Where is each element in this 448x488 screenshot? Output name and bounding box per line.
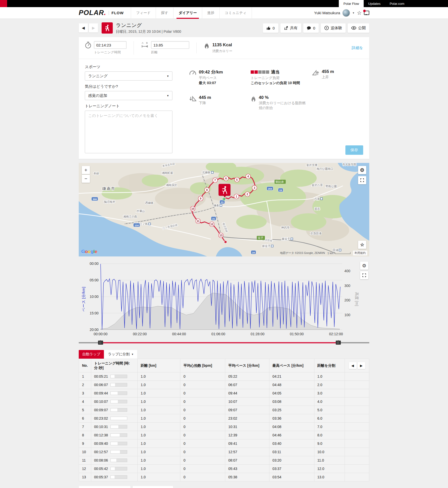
ascent-icon xyxy=(312,70,319,85)
runner-position-badge xyxy=(219,184,230,197)
publish-button[interactable]: 公開 xyxy=(348,23,369,33)
slider-handle-left[interactable] xyxy=(98,341,103,345)
relive-button[interactable]: 追体験 xyxy=(321,23,346,33)
save-button[interactable]: 保存 xyxy=(345,145,363,155)
sport-label: スポーツ xyxy=(85,65,172,69)
nav-item-diary[interactable]: ダイアリー xyxy=(173,7,202,19)
previous-session-button[interactable]: ◀ xyxy=(79,23,88,33)
pace-axis-tick: 15:00 xyxy=(90,311,99,315)
delete-training-button[interactable]: トレーニングを削除 xyxy=(133,486,173,488)
map-place-label: 湘南江の島 xyxy=(123,215,137,218)
nav-item-explore[interactable]: 探す xyxy=(156,7,173,19)
map-place-label: 金沢八景 xyxy=(312,184,323,187)
details-link[interactable]: 詳細を xyxy=(352,45,363,50)
lap-row[interactable]: 400:10:071.0010:0703:084.0 xyxy=(79,398,369,406)
pace-altitude-chart: 00:0005:0010:0015:0020:0040030020010000:… xyxy=(79,261,369,345)
chart-range-slider[interactable] xyxy=(79,340,369,345)
map-place-label: 六浦 xyxy=(314,197,320,200)
user-menu[interactable]: Yuki Matsukura ▼ ☆ xyxy=(314,9,369,17)
laps-next-button[interactable]: ▶ xyxy=(358,362,365,369)
col-no: No. xyxy=(79,359,91,372)
time-axis-tick: 00:44:00 xyxy=(172,332,186,336)
route-map[interactable]: 鎌倉市北鎌倉鎌倉西鎌倉湘南深沢湘南町屋片瀬山鵠沼海岸本線湘南江の島片瀬江ノ島東海… xyxy=(79,163,369,256)
comments-button[interactable]: 0 xyxy=(303,23,319,33)
tab-updates[interactable]: Updates xyxy=(364,0,385,7)
km-marker: 7 xyxy=(213,178,218,183)
col-distance: 距離 [km] xyxy=(137,359,180,372)
tab-polar-com[interactable]: Polar.com xyxy=(385,0,409,7)
export-session-button[interactable]: セッションのエクスポート xyxy=(79,486,131,488)
lap-row[interactable]: 1000:12:571.0012:5703:1110.0 xyxy=(79,448,369,456)
google-logo: Google xyxy=(81,249,97,254)
distance-input[interactable] xyxy=(151,41,189,49)
svg-text:12: 12 xyxy=(210,223,213,226)
map-settings-button[interactable]: ⚙ xyxy=(358,166,366,174)
nav-item-feed[interactable]: フィード xyxy=(131,7,156,19)
lap-row[interactable]: 700:10:311.0010:3104:087.0 xyxy=(79,423,369,431)
map-favorite-button[interactable]: ☆ xyxy=(358,241,366,249)
map-zoom-in-button[interactable]: + xyxy=(82,166,90,174)
svg-text:3: 3 xyxy=(254,186,255,189)
tab-polar-flow[interactable]: Polar Flow xyxy=(339,0,363,7)
favorites-star-icon[interactable]: ☆ xyxy=(357,10,362,16)
nav-item-progress[interactable]: 進捗 xyxy=(202,7,220,19)
chevron-down-icon: ▼ xyxy=(352,12,355,14)
eye-icon xyxy=(351,26,356,30)
lap-row[interactable]: 800:12:381.0012:3904:468.0 xyxy=(79,431,369,439)
distance-summary: AB 距離 xyxy=(134,41,196,55)
svg-text:21: 21 xyxy=(212,217,215,220)
flow-logo: FLOW xyxy=(109,11,124,15)
lap-row[interactable]: 1100:08:061.0008:0703:2011.0 xyxy=(79,456,369,465)
lap-row[interactable]: 600:23:021.0023:0203:366.0 xyxy=(79,414,369,423)
map-place-label: 鎌倉 xyxy=(214,204,219,207)
map-fullscreen-button[interactable] xyxy=(358,176,366,184)
route-end-marker xyxy=(224,241,227,243)
tab-split-laps[interactable]: ラップに分割▼ xyxy=(104,350,137,359)
training-notes-input[interactable] xyxy=(85,111,172,153)
km-marker: 5 xyxy=(235,177,239,182)
duration-input[interactable] xyxy=(94,41,126,49)
svg-text:1: 1 xyxy=(236,195,237,198)
share-button[interactable]: 共有 xyxy=(280,23,301,33)
nav-item-community[interactable]: コミュニティ xyxy=(220,7,252,19)
lap-row[interactable]: 1200:05:421.0005:4303:3712.0 xyxy=(79,465,369,473)
slider-selected-range xyxy=(101,342,338,343)
notifications-icon[interactable] xyxy=(364,11,369,15)
lap-time-bar xyxy=(110,433,127,437)
col-pager: ◀ ▶ xyxy=(345,359,369,372)
col-heart-rate: 平均心拍数 [bpm] xyxy=(180,359,225,372)
play-circle-icon xyxy=(324,26,329,30)
lap-row[interactable]: 100:05:211.0005:2204:211.0 xyxy=(79,372,369,381)
like-button[interactable]: 0 xyxy=(263,23,278,33)
avatar[interactable] xyxy=(342,9,350,17)
map-place-label: 追浜 xyxy=(314,207,320,210)
chart-settings-button[interactable]: ⚙ xyxy=(360,262,368,270)
map-place-label: 野島公園 xyxy=(326,185,337,188)
tab-auto-laps[interactable]: 自動ラップ xyxy=(79,350,104,359)
lap-time-bar xyxy=(110,417,127,420)
lap-time-bar xyxy=(110,391,127,395)
route-start-marker xyxy=(222,197,226,201)
laps-table: No. トレーニング時間 [時:分:秒] 距離 [km] 平均心拍数 [bpm]… xyxy=(79,359,369,481)
map-place-label: 市大医学部 xyxy=(342,163,356,166)
map-terms-link[interactable]: 利用規約 xyxy=(353,251,367,255)
station-icon xyxy=(211,171,213,173)
time-axis-tick: 00:22:00 xyxy=(133,332,147,336)
lap-row[interactable]: 900:09:401.0009:4103:409.0 xyxy=(79,439,369,448)
map-zoom-out-button[interactable]: − xyxy=(82,175,90,183)
pace-axis-label: ペース [分/km] xyxy=(81,287,86,311)
sport-select[interactable]: ランニング▼ xyxy=(85,71,172,81)
calories-summary: 1135 Kcal 消費カロリー xyxy=(196,42,239,53)
lap-row[interactable]: 300:09:441.0009:4404:053.0 xyxy=(79,389,369,398)
polar-logo[interactable]: POLAR. xyxy=(79,9,106,17)
feeling-select[interactable]: 感覚の追加▼ xyxy=(85,91,172,100)
lap-row[interactable]: 1300:05:371.0005:3803:5413.0 xyxy=(79,473,369,481)
lap-row[interactable]: 200:06:071.0006:0704:482.0 xyxy=(79,381,369,389)
lap-row[interactable]: 500:09:071.0009:0703:255.0 xyxy=(79,406,369,414)
next-session-button[interactable]: ▶ xyxy=(89,23,98,33)
laps-prev-button[interactable]: ◀ xyxy=(349,362,357,369)
chart-fullscreen-button[interactable] xyxy=(360,271,368,279)
time-axis-tick: 01:28:00 xyxy=(251,332,265,336)
svg-text:306: 306 xyxy=(93,198,97,201)
slider-handle-right[interactable] xyxy=(336,341,341,345)
